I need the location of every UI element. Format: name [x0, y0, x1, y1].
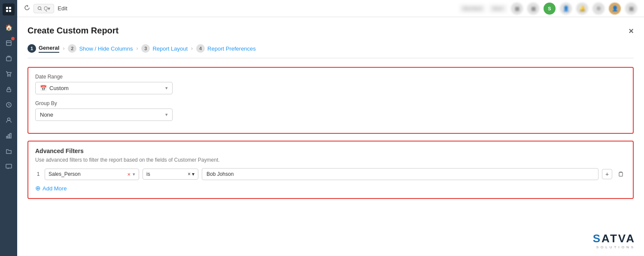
- group-by-select-left: None: [40, 111, 53, 118]
- add-more-plus-icon: ⊕: [35, 184, 41, 192]
- step-2-label: Show / Hide Columns: [79, 45, 133, 52]
- add-more-label: Add More: [43, 185, 67, 192]
- close-button[interactable]: ×: [629, 27, 634, 35]
- wizard-step-4[interactable]: 4 Report Preferences: [196, 44, 256, 53]
- search-bar[interactable]: Q▾: [33, 4, 54, 13]
- step-1-num: 1: [27, 44, 36, 53]
- group-by-select[interactable]: None ▾: [35, 108, 173, 121]
- svg-rect-0: [6, 7, 8, 9]
- topbar-icon1[interactable]: ▦: [511, 3, 523, 15]
- sidebar-item-user[interactable]: [2, 113, 15, 127]
- filter-operator-value: is: [146, 171, 150, 177]
- wizard-step-2[interactable]: 2 Show / Hide Columns: [68, 44, 133, 53]
- sidebar-item-chart[interactable]: [2, 129, 15, 142]
- filter-field-select[interactable]: Sales_Person × ▾: [45, 169, 139, 180]
- advanced-filters-title: Advanced Filters: [35, 148, 626, 154]
- svg-point-16: [38, 7, 41, 10]
- sidebar-item-cart[interactable]: [2, 67, 15, 81]
- refresh-button[interactable]: [24, 5, 30, 12]
- topbar-settings-icon[interactable]: ⚙: [592, 3, 605, 15]
- add-more-button[interactable]: ⊕ Add More: [35, 184, 626, 192]
- svg-rect-3: [9, 10, 11, 12]
- date-range-value: Custom: [49, 85, 69, 91]
- satva-solutions-sub: SOLUTIONS: [593, 245, 635, 249]
- topbar-grid-icon[interactable]: ▦: [625, 3, 637, 15]
- topbar-profile-icon[interactable]: 👤: [609, 3, 621, 15]
- wizard-step-3[interactable]: 3 Report Layout: [141, 44, 188, 53]
- satva-branding: SATVA SOLUTIONS: [593, 232, 635, 249]
- date-range-select-left: 📅 Custom: [40, 85, 69, 91]
- date-range-group: Date Range 📅 Custom ▾: [35, 74, 626, 94]
- filter-index: 1: [35, 171, 41, 177]
- topbar-right: blurrtext blurr ▦ ▦ S 👤 🔔 ⚙ 👤 ▦: [460, 3, 637, 15]
- wizard-step-1[interactable]: 1 General: [27, 44, 59, 53]
- sidebar-logo: [3, 3, 15, 15]
- svg-point-7: [7, 75, 8, 76]
- filter-operator-dropdown-arrow: ▾: [192, 171, 194, 177]
- step-4-label: Report Preferences: [207, 45, 256, 52]
- svg-rect-13: [8, 135, 9, 138]
- step-3-label: Report Layout: [152, 45, 188, 52]
- step-1-label: General: [39, 45, 59, 53]
- dialog-title-bar: Create Custom Report ×: [27, 26, 634, 36]
- group-by-dropdown-arrow: ▾: [165, 112, 168, 117]
- advanced-filters-description: Use advanced filters to filter the repor…: [35, 157, 626, 163]
- svg-rect-14: [10, 133, 11, 138]
- wizard-steps: 1 General › 2 Show / Hide Columns › 3 Re…: [27, 44, 634, 58]
- topbar-blurred-text2: blurr: [489, 5, 507, 12]
- step-3-num: 3: [141, 44, 150, 53]
- sidebar-item-folder[interactable]: [2, 144, 15, 158]
- step-4-num: 4: [196, 44, 205, 53]
- filter-field-left: Sales_Person: [49, 171, 81, 177]
- svg-rect-15: [6, 164, 12, 168]
- page-title: Create Custom Report: [27, 26, 118, 36]
- svg-point-8: [9, 75, 10, 76]
- filter-field-value: Sales_Person: [49, 171, 81, 177]
- satva-logo: SATVA: [593, 232, 635, 245]
- filter-value-input[interactable]: [202, 168, 598, 180]
- advanced-filters-section: Advanced Filters Use advanced filters to…: [27, 141, 634, 199]
- topbar-bell-icon[interactable]: 🔔: [576, 3, 588, 15]
- svg-rect-18: [619, 172, 623, 176]
- svg-rect-2: [6, 10, 8, 12]
- wizard-arrow-3: ›: [191, 45, 193, 51]
- filter-field-dropdown-arrow: ▾: [133, 172, 135, 177]
- filter-delete-button[interactable]: [616, 169, 626, 179]
- svg-rect-4: [6, 41, 11, 45]
- date-range-dropdown-arrow: ▾: [165, 85, 168, 91]
- date-range-section: Date Range 📅 Custom ▾ Group By None ▾: [27, 67, 634, 134]
- wizard-arrow-2: ›: [136, 45, 138, 51]
- topbar-avatar[interactable]: S: [544, 3, 556, 15]
- sidebar-item-chat[interactable]: [2, 160, 15, 173]
- main-content: Create Custom Report × 1 General › 2 Sho…: [17, 17, 644, 256]
- filter-row: 1 Sales_Person × ▾ is × ▾ +: [35, 168, 626, 180]
- group-by-label: Group By: [35, 100, 626, 106]
- filter-field-clear-button[interactable]: ×: [127, 171, 131, 178]
- sidebar-item-clock[interactable]: [2, 98, 15, 111]
- group-by-group: Group By None ▾: [35, 100, 626, 121]
- sidebar-item-building[interactable]: [2, 51, 15, 65]
- satva-s: S: [593, 232, 601, 245]
- filter-operator-clear-button[interactable]: ×: [188, 171, 191, 177]
- filter-add-button[interactable]: +: [602, 169, 612, 179]
- topbar-edit-label: Edit: [58, 5, 67, 12]
- topbar-icon2[interactable]: ▦: [527, 3, 539, 15]
- sidebar-item-home[interactable]: 🏠: [2, 21, 15, 34]
- filter-operator-select[interactable]: is × ▾: [143, 169, 198, 180]
- search-label: Q▾: [44, 6, 50, 12]
- group-by-value: None: [40, 111, 53, 118]
- svg-rect-12: [6, 136, 8, 138]
- svg-line-17: [41, 9, 42, 10]
- svg-rect-6: [6, 57, 11, 61]
- topbar-user-icon[interactable]: 👤: [560, 3, 572, 15]
- svg-rect-9: [7, 89, 11, 92]
- date-range-select[interactable]: 📅 Custom ▾: [35, 82, 173, 94]
- sidebar-item-packages[interactable]: [2, 36, 15, 50]
- date-range-label: Date Range: [35, 74, 626, 80]
- sidebar-item-lock[interactable]: [2, 82, 15, 96]
- wizard-arrow-1: ›: [63, 45, 64, 51]
- sidebar: 🏠: [0, 0, 17, 256]
- topbar: Q▾ Edit blurrtext blurr ▦ ▦ S 👤 🔔 ⚙ 👤 ▦: [17, 0, 644, 17]
- calendar-icon: 📅: [40, 85, 47, 91]
- svg-rect-1: [9, 7, 11, 9]
